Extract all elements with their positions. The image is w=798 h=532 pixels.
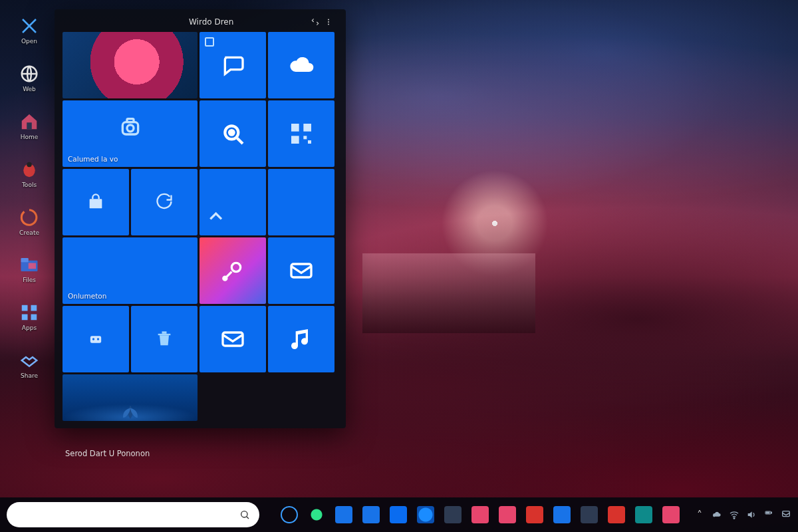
taskbar: ˄ [0,497,798,532]
svg-point-26 [223,277,227,280]
cloud-icon [288,52,315,78]
start-menu-footer-text: Serod Dart U Pononon [65,449,150,458]
cloud-tile[interactable] [268,32,334,98]
desktop-icon-share[interactable]: Share [9,350,49,380]
ladybug-icon [19,160,39,180]
monitor-tile[interactable]: Onlumeton [63,237,198,304]
svg-rect-28 [90,336,101,342]
music-note-icon [288,326,315,352]
desktop-icons-column: Open Web Home Tools Create Files Apps [9,16,49,380]
robot-face-icon [86,330,105,348]
svg-point-13 [328,24,329,25]
search-input[interactable] [16,509,239,520]
corner-tile-1[interactable] [200,169,266,235]
recycle-tile[interactable] [131,306,198,372]
mail-tile[interactable] [268,237,334,304]
onedrive-icon[interactable] [712,509,722,520]
qr-icon [288,120,315,147]
security-app[interactable] [526,506,543,523]
chat-tile[interactable] [200,32,266,98]
desktop-icon-label: Tools [22,182,37,189]
svg-point-30 [97,338,99,340]
store-tile[interactable] [63,169,129,235]
battery-icon[interactable] [763,509,774,520]
live-plant-tile[interactable] [63,374,198,421]
taskbar-search[interactable] [7,502,259,527]
tile-caption: Calumed la vo [68,155,118,163]
svg-rect-6 [29,263,36,269]
svg-rect-19 [291,124,299,132]
handshake-icon [19,350,39,370]
svg-rect-37 [771,512,772,513]
svg-point-35 [733,517,735,519]
envelope-icon [219,326,246,352]
folder-icon [19,255,39,275]
tile-badge-icon [205,37,214,47]
social-tile[interactable] [200,237,266,304]
desktop-icon-home[interactable]: Home [9,112,49,141]
blank-tile-1[interactable] [268,169,334,235]
photos-app[interactable] [471,506,489,523]
svg-rect-38 [766,512,769,513]
more-button[interactable] [322,15,335,29]
svg-point-11 [328,19,329,21]
desktop-icon-label: Share [21,373,38,380]
store-app[interactable] [362,506,380,523]
assistant-button[interactable] [308,506,325,523]
chevron-up-icon[interactable]: ˄ [694,509,705,520]
start-menu-header: Wirdo Dren [63,16,338,32]
edge-browser[interactable] [417,506,434,523]
desktop-icon-files[interactable]: Files [9,255,49,284]
svg-rect-27 [291,264,311,277]
teams-app[interactable] [635,506,652,523]
music-tile[interactable] [268,306,334,372]
svg-rect-22 [303,136,307,139]
refresh-arrow-icon [155,193,174,211]
expand-icon [311,17,320,27]
wifi-icon[interactable] [729,509,739,520]
desktop-icon-create[interactable]: Create [9,207,49,237]
qr-share-tile[interactable] [268,100,334,167]
start-button[interactable] [281,506,298,523]
notification-icon[interactable] [781,509,791,520]
svg-point-18 [229,130,234,135]
start-menu-tile-grid: Calumed la vo Onlumeton [63,32,338,441]
office-app[interactable] [608,506,625,523]
file-explorer[interactable] [335,506,352,523]
volume-icon[interactable] [746,509,757,520]
settings-app[interactable] [444,506,462,523]
svg-point-15 [127,125,134,132]
desktop-icon-label: Files [23,277,36,284]
news-app[interactable] [662,506,680,523]
svg-rect-33 [223,332,243,346]
live-photo-tile[interactable] [63,32,198,98]
svg-rect-7 [22,305,28,311]
refresh-tile[interactable] [131,169,198,235]
svg-point-3 [27,162,32,167]
messages-tile[interactable] [200,306,266,372]
desktop-icon-web[interactable]: Web [9,64,49,93]
globe-icon [19,64,39,84]
svg-rect-23 [308,140,311,144]
svg-rect-8 [31,305,37,311]
desktop-icon-tools[interactable]: Tools [9,160,49,189]
bag-icon [86,193,105,211]
svg-rect-5 [21,258,29,262]
assistant-tile[interactable] [63,306,129,372]
terminal-app[interactable] [581,506,598,523]
widgets-button[interactable] [390,506,407,523]
camera-icon [117,114,144,141]
cross-tools-icon [19,16,39,36]
taskbar-pinned-apps [281,506,689,523]
system-tray: ˄ [694,509,791,520]
trash-icon [155,330,174,348]
desktop-icon-open[interactable]: Open [9,16,49,45]
more-vertical-icon [325,18,332,26]
desktop-icon-apps[interactable]: Apps [9,303,49,332]
start-menu-footer: Serod Dart U Pononon [63,441,338,460]
search-target-tile[interactable] [200,100,266,167]
expand-button[interactable] [309,15,322,29]
media-app[interactable] [499,506,516,523]
mail-app[interactable] [553,506,571,523]
camera-tile[interactable]: Calumed la vo [63,100,198,167]
